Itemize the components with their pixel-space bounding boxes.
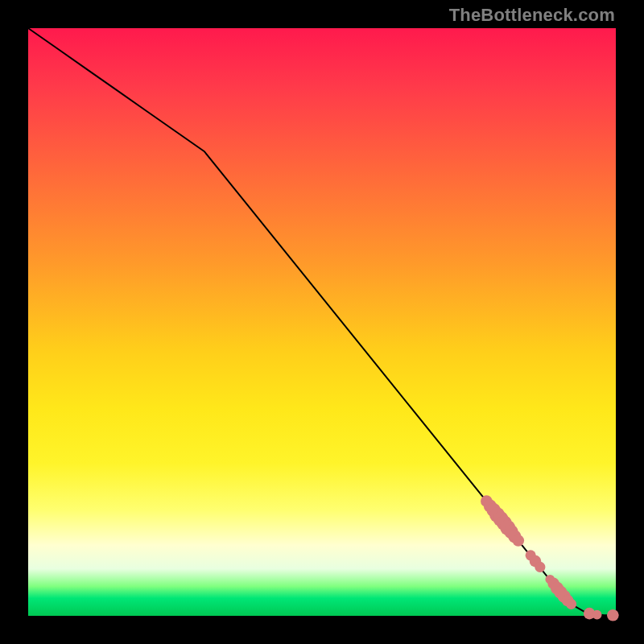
chart-frame: TheBottleneck.com — [0, 0, 644, 644]
curve-line — [28, 28, 616, 615]
data-point — [592, 610, 602, 620]
data-point — [513, 535, 525, 547]
data-point — [535, 562, 545, 572]
data-point — [607, 609, 619, 621]
attribution-label: TheBottleneck.com — [449, 5, 615, 26]
chart-overlay — [28, 28, 616, 616]
scatter-group — [481, 495, 619, 621]
data-point — [566, 599, 576, 609]
